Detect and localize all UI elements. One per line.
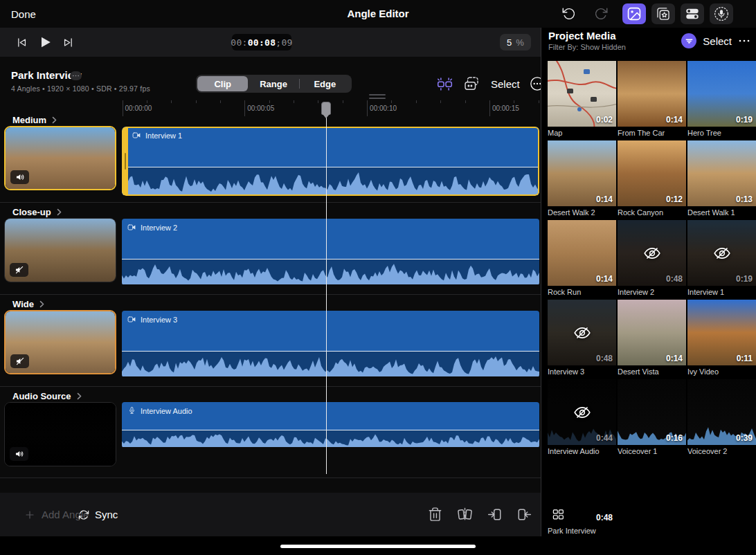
- timeline-select-button[interactable]: Select: [491, 78, 520, 90]
- media-select-button[interactable]: Select: [703, 35, 732, 47]
- media-item-interview-1[interactable]: 0:19Interview 1: [687, 220, 756, 300]
- media-item-name: Interview Audio: [548, 447, 616, 455]
- clip-name: Interview 2: [141, 224, 177, 232]
- titles-effects-button[interactable]: [651, 3, 675, 24]
- media-item-name: Desert Walk 1: [687, 208, 756, 217]
- hidden-eye-slash-icon: [573, 403, 591, 421]
- media-select-group: Select: [681, 33, 750, 48]
- clip-title: Interview 3: [127, 315, 177, 324]
- tab-range[interactable]: Range: [248, 76, 298, 91]
- duration-badge: 0:19: [736, 115, 753, 125]
- trim-handle[interactable]: [125, 153, 126, 170]
- angle-label-wide[interactable]: Wide: [12, 299, 46, 309]
- ruler-tick-minor: [196, 100, 197, 103]
- playhead-handle[interactable]: [321, 102, 331, 115]
- angle-thumbnail[interactable]: [4, 218, 116, 282]
- pane-drag-handle[interactable]: [369, 94, 386, 99]
- sync-button[interactable]: Sync: [78, 493, 118, 536]
- media-item-name: Voiceover 2: [687, 447, 756, 455]
- media-item-from-the-car[interactable]: 0:14From The Car: [618, 61, 686, 140]
- delete-button[interactable]: [424, 504, 445, 525]
- angle-label-close-up[interactable]: Close-up: [12, 207, 64, 217]
- clip-name: Interview Audio: [141, 407, 192, 415]
- media-item-name: Desert Vista: [618, 367, 686, 376]
- speaker-muted-icon: [10, 354, 29, 368]
- media-thumbnail: 0:13: [687, 140, 756, 206]
- ruler-tick-major: [123, 100, 123, 116]
- timeline-pane: 00:00:08;09 5% Park Interview 4 Angles •…: [0, 28, 541, 536]
- media-thumbnail: 0:39: [687, 379, 756, 445]
- speaker-muted-icon: [10, 263, 28, 277]
- duration-badge: 0:39: [736, 433, 753, 443]
- edit-actions: [424, 493, 534, 536]
- media-item-desert-walk-1[interactable]: 0:13Desert Walk 1: [687, 140, 756, 220]
- angle-thumbnail[interactable]: [4, 126, 116, 190]
- angle-label-medium[interactable]: Medium: [12, 115, 59, 125]
- show-clips-icon[interactable]: [463, 75, 480, 92]
- hidden-eye-slash-icon: [713, 244, 731, 262]
- media-item-name: Desert Walk 2: [548, 208, 616, 217]
- auto-sync-icon[interactable]: [436, 75, 453, 93]
- filter-lines-icon[interactable]: [681, 33, 696, 48]
- voice-control-button[interactable]: [710, 3, 733, 24]
- project-meta: 4 Angles • 1920 × 1080 • SDR • 29.97 fps: [11, 84, 150, 93]
- media-thumbnail: 0:44: [548, 379, 616, 445]
- angle-thumbnail[interactable]: [4, 402, 116, 466]
- tab-edge[interactable]: Edge: [300, 76, 350, 91]
- undo-button[interactable]: [559, 3, 579, 24]
- skip-to-start-icon[interactable]: [15, 28, 28, 57]
- ruler-tick-major: [244, 100, 245, 116]
- project-options-icon[interactable]: [70, 71, 82, 80]
- inspector-button[interactable]: [681, 3, 704, 24]
- media-grid: 0:02Map0:14From The Car0:19Hero Tree0:14…: [548, 61, 756, 538]
- media-item-map[interactable]: 0:02Map: [548, 61, 616, 140]
- media-item-ivy-video[interactable]: 0:11Ivy Video: [687, 300, 756, 379]
- playhead[interactable]: [321, 102, 331, 474]
- media-item-park-interview[interactable]: 0:48Park Interview: [548, 459, 616, 538]
- ruler-tick-minor: [318, 100, 318, 103]
- tab-clip[interactable]: Clip: [197, 76, 248, 91]
- media-item-desert-vista[interactable]: 0:14Desert Vista: [618, 300, 686, 379]
- media-item-hero-tree[interactable]: 0:19Hero Tree: [687, 61, 756, 140]
- duration-badge: 0:14: [666, 354, 683, 363]
- media-thumbnail: 0:12: [618, 140, 686, 206]
- timeline-ruler: 00:00:0000:00:0500:00:1000:00:15: [0, 100, 541, 116]
- insert-clip-button[interactable]: [484, 504, 505, 525]
- media-item-interview-2[interactable]: 0:48Interview 2: [618, 220, 686, 300]
- ruler-label: 00:00:05: [247, 104, 274, 112]
- media-item-interview-audio[interactable]: 0:44Interview Audio: [548, 379, 616, 459]
- media-item-voiceover-1[interactable]: 0:16Voiceover 1: [618, 379, 686, 459]
- row-divider: [0, 294, 541, 295]
- zoom-unit: %: [516, 37, 524, 48]
- redo-button[interactable]: [591, 3, 611, 24]
- media-item-interview-3[interactable]: 0:48Interview 3: [548, 300, 616, 379]
- angle-editor-window: Done Angle Editor 00:00:08;09 5% Park In…: [0, 0, 756, 555]
- clip-name: Interview 3: [141, 316, 177, 324]
- angle-label-audio-source[interactable]: Audio Source: [12, 391, 84, 401]
- plus-icon: [24, 509, 35, 520]
- ruler-label: 00:00:10: [370, 104, 397, 112]
- media-thumbnail: 0:14: [548, 220, 616, 286]
- duration-badge: 0:48: [666, 274, 683, 284]
- duration-badge: 0:44: [596, 433, 613, 443]
- angle-thumbnail[interactable]: [4, 310, 116, 374]
- row-divider: [0, 386, 541, 387]
- timeline-header-actions: Select: [436, 73, 545, 94]
- media-item-name: Voiceover 1: [618, 447, 686, 455]
- home-indicator[interactable]: [280, 545, 476, 548]
- media-item-rock-canyon[interactable]: 0:12Rock Canyon: [618, 140, 686, 220]
- media-item-voiceover-2[interactable]: 0:39Voiceover 2: [687, 379, 756, 459]
- ruler-tick-minor: [514, 100, 514, 103]
- media-item-rock-run[interactable]: 0:14Rock Run: [548, 220, 616, 300]
- media-browser-button[interactable]: [622, 3, 646, 24]
- play-icon[interactable]: [37, 28, 53, 57]
- ellipsis-icon[interactable]: [738, 35, 750, 47]
- media-item-desert-walk-2[interactable]: 0:14Desert Walk 2: [548, 140, 616, 220]
- ruler-label: 00:00:15: [492, 104, 519, 112]
- overwrite-clip-button[interactable]: [514, 504, 534, 525]
- zoom-level-button[interactable]: 5%: [500, 34, 531, 51]
- skip-to-end-icon[interactable]: [62, 28, 74, 57]
- media-item-name: Map: [548, 129, 616, 137]
- multicam-icon: [552, 508, 565, 521]
- split-clip-button[interactable]: [454, 504, 475, 525]
